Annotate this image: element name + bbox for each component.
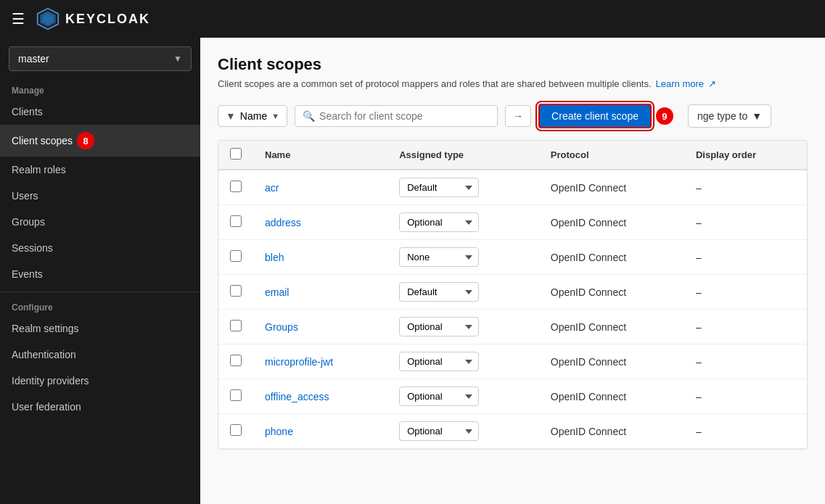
search-submit-button[interactable]: →: [505, 105, 531, 127]
assigned-type-select[interactable]: DefaultOptionalNone: [399, 212, 479, 232]
configure-section-header: Configure: [0, 297, 200, 315]
filter-arrow-icon: ▼: [271, 112, 279, 120]
toolbar: ▼ Name ▼ 🔍 → Create client scope 9 nge t…: [218, 104, 808, 128]
assigned-type-select[interactable]: DefaultOptionalNone: [399, 247, 479, 267]
display-order-cell: –: [684, 310, 807, 344]
learn-more-link[interactable]: Learn more: [656, 78, 704, 89]
col-assigned-type: Assigned type: [387, 141, 539, 170]
display-order-cell: –: [684, 205, 807, 240]
assigned-type-select[interactable]: DefaultOptionalNone: [399, 317, 479, 336]
sidebar-divider: [0, 292, 200, 292]
sidebar: master ▼ Manage Clients Client scopes 8 …: [0, 38, 200, 504]
sidebar-item-clients[interactable]: Clients: [0, 99, 200, 125]
content-area: Client scopes Client scopes are a common…: [200, 38, 825, 504]
protocol-cell: OpenID Connect: [539, 170, 684, 205]
table-row: phoneDefaultOptionalNoneOpenID Connect–: [218, 414, 807, 449]
table-row: microprofile-jwtDefaultOptionalNoneOpenI…: [218, 344, 807, 379]
display-order-cell: –: [684, 170, 807, 205]
table-row: acrDefaultOptionalNoneOpenID Connect–: [218, 170, 807, 205]
sidebar-item-realm-roles[interactable]: Realm roles: [0, 157, 200, 183]
logo: KEYCLOAK: [36, 7, 150, 30]
page-description: Client scopes are a common set of protoc…: [218, 78, 808, 89]
row-checkbox[interactable]: [230, 215, 242, 227]
row-checkbox[interactable]: [230, 320, 242, 331]
hamburger-menu[interactable]: ☰: [12, 10, 25, 28]
step-badge-9: 9: [656, 107, 673, 125]
scope-name-link[interactable]: acr: [265, 182, 279, 194]
sidebar-item-authentication[interactable]: Authentication: [0, 342, 200, 368]
scope-name-link[interactable]: phone: [265, 426, 293, 437]
sidebar-item-sessions[interactable]: Sessions: [0, 235, 200, 261]
display-order-cell: –: [684, 379, 807, 414]
col-protocol: Protocol: [539, 141, 684, 170]
change-type-button[interactable]: nge type to ▼: [688, 104, 771, 128]
logo-text: KEYCLOAK: [65, 12, 150, 27]
search-icon: 🔍: [303, 110, 315, 122]
sidebar-item-groups[interactable]: Groups: [0, 209, 200, 235]
learn-more-bracket: ↗: [708, 78, 716, 89]
row-checkbox[interactable]: [230, 285, 242, 297]
scope-name-link[interactable]: offline_access: [265, 391, 329, 402]
sidebar-item-events[interactable]: Events: [0, 261, 200, 287]
display-order-cell: –: [684, 240, 807, 275]
table-row: GroupsDefaultOptionalNoneOpenID Connect–: [218, 310, 807, 344]
sidebar-item-identity-providers[interactable]: Identity providers: [0, 368, 200, 394]
search-box: 🔍: [295, 105, 498, 127]
protocol-cell: OpenID Connect: [539, 205, 684, 240]
table-row: offline_accessDefaultOptionalNoneOpenID …: [218, 379, 807, 414]
search-input[interactable]: [319, 110, 490, 122]
scope-name-link[interactable]: microprofile-jwt: [265, 356, 333, 368]
row-checkbox[interactable]: [230, 389, 242, 401]
chevron-down-icon: ▼: [752, 110, 762, 122]
col-name: Name: [253, 141, 387, 170]
assigned-type-select[interactable]: DefaultOptionalNone: [399, 178, 479, 197]
scope-name-link[interactable]: bleh: [265, 252, 284, 263]
assigned-type-select[interactable]: DefaultOptionalNone: [399, 387, 479, 406]
protocol-cell: OpenID Connect: [539, 414, 684, 449]
manage-section-header: Manage: [0, 80, 200, 99]
protocol-cell: OpenID Connect: [539, 310, 684, 344]
assigned-type-select[interactable]: DefaultOptionalNone: [399, 282, 479, 302]
client-scopes-table: Name Assigned type Protocol Display orde…: [218, 140, 808, 450]
sidebar-item-user-federation[interactable]: User federation: [0, 394, 200, 420]
col-display-order: Display order: [684, 141, 807, 170]
protocol-cell: OpenID Connect: [539, 275, 684, 310]
display-order-cell: –: [684, 275, 807, 310]
row-checkbox[interactable]: [230, 424, 242, 436]
display-order-cell: –: [684, 414, 807, 449]
display-order-cell: –: [684, 344, 807, 379]
protocol-cell: OpenID Connect: [539, 379, 684, 414]
filter-dropdown[interactable]: ▼ Name ▼: [218, 105, 287, 127]
sidebar-item-client-scopes[interactable]: Client scopes 8: [0, 125, 200, 157]
protocol-cell: OpenID Connect: [539, 240, 684, 275]
row-checkbox[interactable]: [230, 181, 242, 192]
topnav: ☰ KEYCLOAK: [0, 0, 825, 38]
filter-icon: ▼: [226, 110, 236, 122]
create-client-scope-button[interactable]: Create client scope: [538, 104, 652, 128]
table-row: addressDefaultOptionalNoneOpenID Connect…: [218, 205, 807, 240]
assigned-type-select[interactable]: DefaultOptionalNone: [399, 352, 479, 371]
sidebar-item-realm-settings[interactable]: Realm settings: [0, 315, 200, 342]
realm-selector[interactable]: master ▼: [9, 46, 192, 71]
row-checkbox[interactable]: [230, 355, 242, 366]
select-all-checkbox[interactable]: [230, 148, 242, 160]
sidebar-item-users[interactable]: Users: [0, 183, 200, 209]
row-checkbox[interactable]: [230, 250, 242, 262]
chevron-down-icon: ▼: [173, 54, 182, 64]
protocol-cell: OpenID Connect: [539, 344, 684, 379]
table-row: blehDefaultOptionalNoneOpenID Connect–: [218, 240, 807, 275]
scope-name-link[interactable]: Groups: [265, 321, 298, 333]
keycloak-logo-icon: [36, 7, 59, 30]
table-row: emailDefaultOptionalNoneOpenID Connect–: [218, 275, 807, 310]
table-header-row: Name Assigned type Protocol Display orde…: [218, 141, 807, 170]
assigned-type-select[interactable]: DefaultOptionalNone: [399, 421, 479, 441]
step-badge-8: 8: [77, 132, 94, 149]
page-title: Client scopes: [218, 55, 808, 74]
scope-name-link[interactable]: address: [265, 217, 301, 228]
scope-name-link[interactable]: email: [265, 286, 289, 298]
